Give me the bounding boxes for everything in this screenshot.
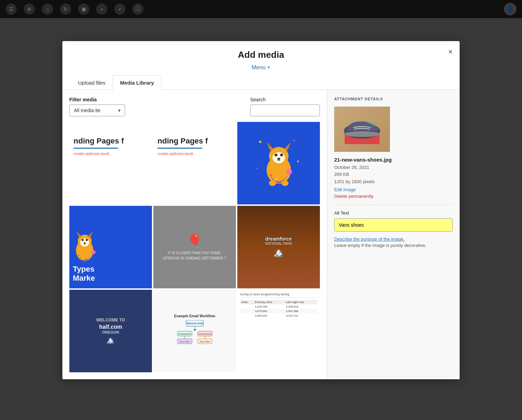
svg-text:✦: ✦ [258, 139, 262, 145]
modal-overlay: Add media × Menu ▼ Upload files Media Li… [0, 0, 522, 420]
svg-text:✦: ✦ [296, 159, 300, 164]
svg-text:★: ★ [81, 257, 84, 260]
chevron-down-icon: ▾ [118, 108, 121, 113]
svg-point-23 [82, 239, 84, 241]
list-item[interactable]: tuning to news programming during news E… [237, 290, 320, 372]
media-type-select[interactable]: All media ite ▾ [69, 104, 125, 116]
svg-text:~: ~ [281, 176, 283, 179]
chevron-down-icon: ▼ [267, 65, 270, 69]
svg-point-25 [84, 242, 86, 244]
svg-point-10 [280, 154, 283, 156]
media-grid: nding Pages f create-optimize-landi ndin… [69, 122, 320, 372]
attachment-date: October 26, 2021 [334, 164, 453, 171]
svg-point-9 [275, 154, 277, 156]
list-item[interactable]: Example Email Workflow Welcome email [153, 290, 236, 372]
attachment-details-header: ATTACHMENT DETAILS [334, 97, 453, 101]
decorative-description: Leave empty if the image is purely decor… [334, 242, 453, 249]
alt-text-label: Alt Text [334, 210, 453, 216]
add-media-modal: Add media × Menu ▼ Upload files Media Li… [62, 41, 460, 379]
svg-marker-6 [267, 142, 274, 150]
attachment-filesize: 269 KB [334, 171, 453, 178]
svg-text:Send video: Send video [199, 341, 210, 343]
svg-marker-21 [87, 231, 93, 238]
filter-row: Filter media All media ite ▾ Search [69, 97, 320, 116]
attachment-filename: 21-new-vans-shoes.jpg [334, 157, 453, 163]
search-input[interactable] [250, 104, 320, 116]
list-item[interactable]: nding Pages f create-optimize-landi [153, 122, 236, 204]
delete-permanently-link[interactable]: Delete permanently [334, 194, 453, 199]
svg-point-17 [286, 169, 292, 174]
list-item[interactable]: nding Pages f create-optimize-landi [69, 122, 152, 204]
filter-label: Filter media [69, 97, 125, 102]
menu-link[interactable]: Menu ▼ [252, 64, 270, 71]
svg-text:Send video: Send video [179, 341, 190, 343]
attachment-thumbnail [334, 107, 390, 152]
search-label: Search [250, 97, 320, 102]
svg-text:Welcome email: Welcome email [186, 322, 203, 325]
svg-text:Email opened: Email opened [178, 333, 191, 335]
svg-point-15 [269, 180, 276, 186]
svg-point-46 [344, 131, 380, 137]
svg-point-29 [91, 250, 95, 254]
attachment-dimensions: 1201 by 1600 pixels [334, 178, 453, 186]
svg-marker-20 [76, 231, 82, 238]
svg-text:~: ~ [85, 256, 87, 259]
svg-text:♥: ♥ [78, 254, 79, 257]
tab-upload[interactable]: Upload files [71, 75, 113, 90]
close-button[interactable]: × [448, 48, 453, 56]
list-item[interactable]: ✦ + ✦ + [237, 122, 320, 204]
modal-body: Filter media All media ite ▾ Search [62, 90, 460, 379]
list-item[interactable]: dreamforce NATIONAL PARK 🏔️ [237, 206, 320, 288]
modal-tabs: Upload files Media Library [62, 75, 460, 90]
describe-purpose-link[interactable]: Describe the purpose of the image. [334, 236, 405, 242]
svg-point-16 [282, 180, 289, 186]
svg-point-24 [86, 239, 88, 241]
list-item[interactable]: ★ ♥ ~ TypesMarke [69, 206, 152, 288]
edit-image-link[interactable]: Edit Image [334, 187, 453, 192]
svg-marker-33 [193, 329, 196, 331]
svg-text:+: + [256, 166, 259, 171]
filter-group: Filter media All media ite ▾ [69, 97, 125, 116]
list-item[interactable]: 🎈 IT IS CLOSER THAN YOU THINK. #ITMOVIE … [153, 206, 236, 288]
media-section: Filter media All media ite ▾ Search [62, 90, 327, 379]
modal-header: Add media × [62, 41, 460, 60]
svg-text:Email opened: Email opened [198, 333, 211, 335]
tab-media-library[interactable]: Media Library [113, 75, 161, 90]
list-item[interactable]: WELCOME TO half.com OREGON 🏔️ [69, 290, 152, 372]
divider [334, 204, 453, 205]
svg-text:♥: ♥ [270, 173, 272, 177]
svg-marker-7 [284, 142, 291, 150]
svg-text:+: + [293, 138, 295, 143]
attachment-sidebar: ATTACHMENT DETAILS [327, 90, 460, 379]
alt-text-input[interactable] [334, 218, 453, 232]
modal-menu: Menu ▼ [62, 60, 460, 75]
svg-point-11 [277, 158, 280, 160]
search-group: Search [250, 97, 320, 116]
modal-title: Add media [238, 49, 284, 60]
